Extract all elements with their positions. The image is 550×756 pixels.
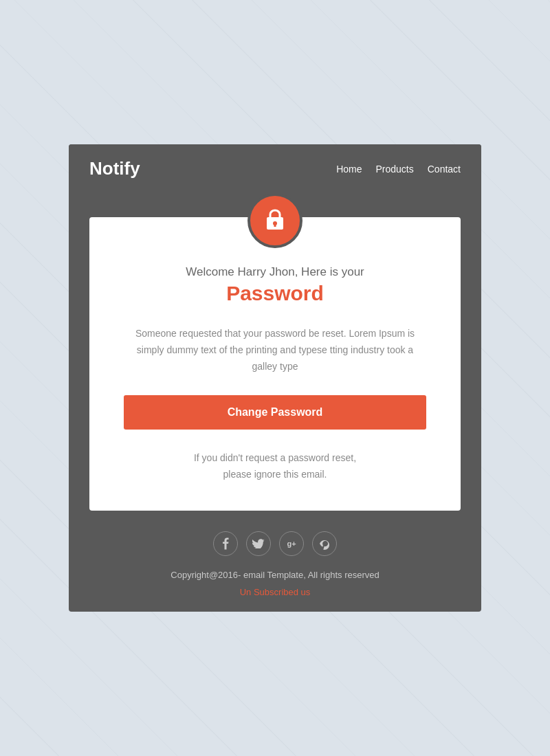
navigation: Home Products Contact bbox=[336, 164, 461, 175]
logo: Notify bbox=[89, 158, 140, 179]
email-container: Notify Home Products Contact Welcome Har… bbox=[69, 144, 481, 612]
social-icons: g+ bbox=[82, 531, 468, 556]
nav-products[interactable]: Products bbox=[376, 164, 414, 175]
copyright-text: Copyright@2016- email Template, All righ… bbox=[82, 570, 468, 580]
lock-circle bbox=[248, 193, 302, 248]
welcome-text: Welcome Harry Jhon, Here is your bbox=[124, 265, 426, 279]
password-title: Password bbox=[124, 282, 426, 305]
lock-icon bbox=[265, 208, 285, 234]
password-card: Welcome Harry Jhon, Here is your Passwor… bbox=[89, 217, 461, 511]
unsubscribe-link[interactable]: Un Subscribed us bbox=[240, 587, 311, 597]
change-password-button[interactable]: Change Password bbox=[124, 395, 426, 430]
lock-circle-container bbox=[69, 193, 481, 248]
facebook-icon[interactable] bbox=[213, 531, 238, 556]
pinterest-icon[interactable] bbox=[312, 531, 337, 556]
nav-home[interactable]: Home bbox=[336, 164, 362, 175]
description-text: Someone requested that your password be … bbox=[124, 326, 426, 375]
email-footer: g+ Copyright@2016- email Template, All r… bbox=[69, 511, 481, 612]
ignore-text: If you didn't request a password reset, … bbox=[124, 450, 426, 483]
svg-rect-2 bbox=[274, 223, 276, 227]
googleplus-icon[interactable]: g+ bbox=[279, 531, 304, 556]
email-header: Notify Home Products Contact bbox=[69, 144, 481, 193]
twitter-icon[interactable] bbox=[246, 531, 271, 556]
nav-contact[interactable]: Contact bbox=[428, 164, 461, 175]
